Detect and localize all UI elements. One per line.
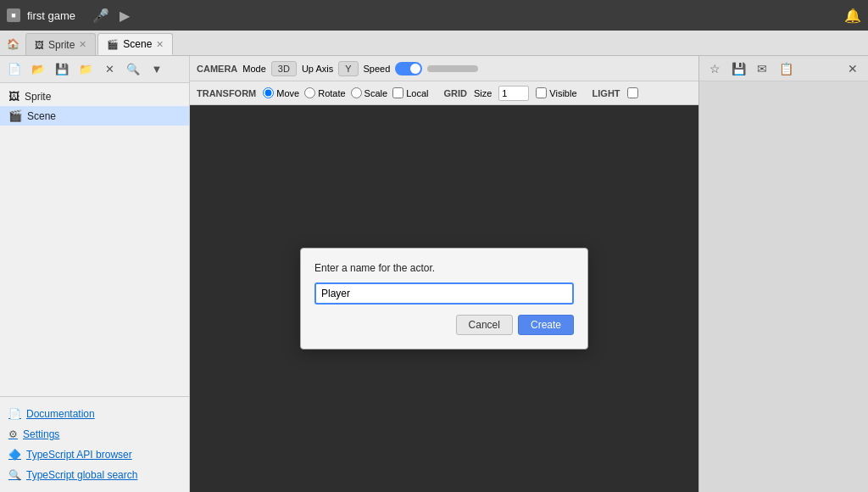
sprite-icon: 🖼 — [8, 90, 19, 103]
local-option[interactable]: Local — [392, 87, 428, 98]
sprite-tab-close[interactable]: ✕ — [79, 39, 86, 50]
viewport[interactable]: Enter a name for the actor. Cancel Creat… — [190, 105, 698, 492]
save-icon[interactable]: 💾 — [728, 59, 748, 79]
camera-toolbar: CAMERA Mode 3D Up Axis Y Speed — [190, 56, 698, 81]
transform-toolbar: TRANSFORM Move Rotate Scale — [190, 81, 698, 105]
sprite-item-label: Sprite — [25, 91, 51, 103]
move-option[interactable]: Move — [263, 87, 299, 98]
scene-tab-close[interactable]: ✕ — [156, 39, 164, 50]
rotate-label: Rotate — [318, 88, 345, 98]
copy-icon[interactable]: 📋 — [776, 59, 796, 79]
sprite-tab-label: Sprite — [48, 39, 75, 51]
dialog: Enter a name for the actor. Cancel Creat… — [300, 248, 588, 349]
scene-tab-label: Scene — [123, 38, 152, 50]
right-panel-close[interactable]: ✕ — [843, 59, 863, 79]
filter-button[interactable]: ▼ — [146, 59, 168, 81]
size-label: Size — [474, 88, 492, 98]
light-checkbox[interactable] — [627, 87, 638, 98]
up-axis-value-button[interactable]: Y — [338, 61, 358, 76]
sidebar-item-scene[interactable]: 🎬 Scene — [0, 106, 189, 126]
scale-option[interactable]: Scale — [351, 87, 388, 98]
settings-link[interactable]: ⚙ Settings — [0, 424, 189, 444]
mic-icon[interactable]: 🎤 — [92, 8, 109, 24]
ts-api-link[interactable]: 🔷 TypeScript API browser — [0, 444, 189, 465]
dialog-overlay: Enter a name for the actor. Cancel Creat… — [190, 105, 698, 492]
right-panel: ☆ 💾 ✉ 📋 ✕ — [698, 56, 868, 492]
bell-icon[interactable]: 🔔 — [844, 8, 861, 24]
sidebar: 📄 📂 💾 📁 ✕ 🔍 ▼ 🖼 Sprite 🎬 Scene — [0, 56, 190, 492]
local-label: Local — [406, 88, 428, 98]
sidebar-items: 🖼 Sprite 🎬 Scene — [0, 83, 189, 396]
ts-search-label: TypeScript global search — [26, 469, 137, 481]
new-file-button[interactable]: 📄 — [3, 59, 25, 81]
window-icon: ■ — [7, 8, 20, 22]
scale-radio[interactable] — [351, 87, 362, 98]
play-icon[interactable]: ▶ — [120, 8, 130, 24]
move-radio[interactable] — [263, 87, 274, 98]
actor-name-input[interactable] — [314, 282, 574, 305]
transform-label: TRANSFORM — [197, 88, 256, 98]
ts-search-link[interactable]: 🔍 TypeScript global search — [0, 465, 189, 485]
move-label: Move — [276, 88, 299, 98]
right-panel-toolbar: ☆ 💾 ✉ 📋 ✕ — [699, 56, 868, 81]
tab-sprite[interactable]: 🖼 Sprite ✕ — [25, 33, 96, 55]
save-button[interactable]: 💾 — [51, 59, 73, 81]
dialog-buttons: Cancel Create — [314, 315, 574, 335]
rotate-radio[interactable] — [304, 87, 315, 98]
speed-slider[interactable] — [427, 65, 478, 72]
home-tab[interactable]: 🏠 — [0, 33, 25, 55]
speed-toggle[interactable] — [395, 62, 422, 75]
main-area: CAMERA Mode 3D Up Axis Y Speed TRANSFORM… — [190, 56, 698, 492]
size-input[interactable] — [498, 86, 529, 101]
sidebar-toolbar: 📄 📂 💾 📁 ✕ 🔍 ▼ — [0, 56, 189, 83]
mode-3d-button[interactable]: 3D — [271, 61, 297, 76]
sidebar-footer: 📄 Documentation ⚙ Settings 🔷 TypeScript … — [0, 396, 189, 492]
settings-label: Settings — [23, 428, 59, 440]
scene-item-label: Scene — [27, 110, 56, 122]
local-checkbox[interactable] — [392, 87, 403, 98]
project-name: first game — [27, 9, 75, 22]
cancel-button[interactable]: Cancel — [456, 315, 513, 335]
ts-api-label: TypeScript API browser — [26, 449, 132, 461]
mode-label: Mode — [242, 64, 266, 74]
docs-icon: 📄 — [8, 408, 21, 420]
mail-icon[interactable]: ✉ — [752, 59, 772, 79]
tab-scene[interactable]: 🎬 Scene ✕ — [97, 33, 173, 55]
visible-label: Visible — [549, 88, 576, 98]
visible-checkbox[interactable] — [536, 87, 547, 98]
scene-tab-icon: 🎬 — [107, 39, 119, 50]
light-label: LIGHT — [593, 88, 620, 98]
grid-label: GRID — [443, 88, 467, 98]
folder-button[interactable]: 📁 — [75, 59, 97, 81]
dialog-title: Enter a name for the actor. — [314, 262, 574, 274]
title-bar: ■ first game 🎤 ▶ 🔔 — [0, 0, 868, 31]
sprite-tab-icon: 🖼 — [35, 40, 44, 50]
docs-link[interactable]: 📄 Documentation — [0, 404, 189, 424]
speed-label: Speed — [364, 64, 391, 74]
visible-option[interactable]: Visible — [536, 87, 576, 98]
scene-icon: 🎬 — [8, 109, 22, 122]
camera-label: CAMERA — [197, 64, 237, 74]
transform-options: Move Rotate Scale Local — [263, 87, 428, 98]
search-button[interactable]: 🔍 — [122, 59, 144, 81]
up-axis-label: Up Axis — [302, 64, 333, 74]
ts-search-icon: 🔍 — [8, 469, 21, 481]
open-button[interactable]: 📂 — [27, 59, 49, 81]
delete-button[interactable]: ✕ — [98, 59, 120, 81]
star-icon[interactable]: ☆ — [704, 59, 725, 79]
scale-label: Scale — [364, 88, 388, 98]
sidebar-item-sprite[interactable]: 🖼 Sprite — [0, 87, 189, 106]
settings-icon: ⚙ — [8, 428, 18, 440]
tabs-row: 🏠 🖼 Sprite ✕ 🎬 Scene ✕ — [0, 31, 868, 56]
create-button[interactable]: Create — [518, 315, 574, 335]
rotate-option[interactable]: Rotate — [304, 87, 345, 98]
docs-label: Documentation — [26, 408, 95, 420]
ts-api-icon: 🔷 — [8, 449, 21, 461]
